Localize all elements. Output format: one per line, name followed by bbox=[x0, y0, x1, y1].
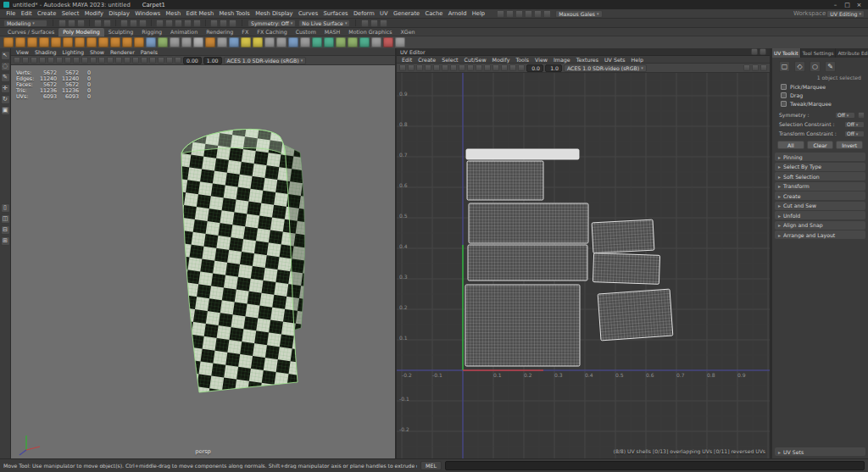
poly-cube-icon[interactable] bbox=[15, 37, 25, 47]
shelf-tab-animation[interactable]: Animation bbox=[166, 28, 202, 36]
snap-view-plane-icon[interactable] bbox=[184, 19, 192, 27]
uv-menu-select[interactable]: Select bbox=[439, 57, 460, 63]
snap-grid-icon[interactable] bbox=[156, 19, 164, 27]
shadows-icon[interactable] bbox=[64, 57, 71, 64]
section-select-by-type[interactable]: ▸Select By Type bbox=[775, 163, 865, 171]
uv-shell[interactable] bbox=[592, 219, 654, 253]
snap-toggle-icon[interactable] bbox=[525, 10, 532, 18]
shelf-tab-curves-surfaces[interactable]: Curves / Surfaces bbox=[3, 28, 58, 36]
field-chart-icon[interactable] bbox=[124, 57, 131, 64]
lock-camera-icon[interactable] bbox=[22, 57, 29, 64]
mel-language-button[interactable]: MEL bbox=[420, 461, 442, 470]
relax-brush-icon[interactable] bbox=[336, 37, 346, 47]
menu-arnold[interactable]: Arnold bbox=[446, 10, 470, 17]
checker-map-icon[interactable] bbox=[509, 64, 516, 71]
viewport-menu-view[interactable]: View bbox=[14, 49, 31, 55]
uv-menu-image[interactable]: Image bbox=[551, 57, 573, 63]
snap-curve-icon[interactable] bbox=[165, 19, 173, 27]
paint-select-tool[interactable]: ✎ bbox=[1, 73, 10, 82]
uv-texture-display-icon[interactable] bbox=[743, 64, 750, 71]
menu-modify[interactable]: Modify bbox=[82, 10, 107, 17]
select-hierarchy-icon[interactable] bbox=[120, 19, 128, 27]
uv-menu-view[interactable]: View bbox=[532, 57, 550, 63]
menu-mesh-display[interactable]: Mesh Display bbox=[253, 10, 296, 17]
shelf-tab-rendering[interactable]: Rendering bbox=[202, 28, 237, 36]
uv-lattice-icon[interactable] bbox=[425, 64, 431, 71]
distortion-display-icon[interactable] bbox=[518, 64, 525, 71]
rotate-tool[interactable]: ↻ bbox=[1, 95, 10, 104]
xray-icon[interactable] bbox=[158, 57, 164, 64]
offset-edge-loop-icon[interactable] bbox=[276, 37, 287, 47]
select-object-icon[interactable] bbox=[130, 19, 137, 27]
select-component-icon[interactable] bbox=[139, 19, 147, 27]
shelf-tab-custom[interactable]: Custom bbox=[292, 28, 320, 36]
poly-sphere-icon[interactable] bbox=[3, 37, 14, 47]
ipr-render-icon[interactable] bbox=[370, 19, 378, 27]
average-vertices-icon[interactable] bbox=[300, 37, 310, 47]
resolution-gate-icon[interactable] bbox=[115, 57, 122, 64]
delete-component-icon[interactable] bbox=[383, 37, 393, 47]
construction-history-icon[interactable] bbox=[229, 19, 236, 27]
menu-uv[interactable]: UV bbox=[377, 10, 391, 17]
viewport-menu-renderer[interactable]: Renderer bbox=[108, 49, 137, 55]
symmetry-grid-icon[interactable] bbox=[858, 112, 865, 119]
shelf-tab-fx-caching[interactable]: FX Caching bbox=[253, 28, 291, 36]
uv-menu-modify[interactable]: Modify bbox=[490, 57, 513, 63]
multi-cut-icon[interactable] bbox=[241, 37, 251, 47]
poly-gear-icon[interactable] bbox=[86, 37, 97, 47]
view-transform-dropdown[interactable]: ACES 1.0 SDR-video (sRGB) bbox=[224, 57, 307, 64]
uv-shell[interactable] bbox=[598, 289, 673, 341]
shelf-tab-sculpting[interactable]: Sculpting bbox=[104, 28, 137, 36]
undo-icon[interactable] bbox=[497, 10, 504, 18]
menu-deform[interactable]: Deform bbox=[351, 10, 377, 17]
uv-shell[interactable] bbox=[467, 161, 543, 200]
poly-plane-icon[interactable] bbox=[63, 37, 73, 47]
uv-grid-toggle-icon[interactable] bbox=[752, 64, 759, 71]
separate-icon[interactable] bbox=[229, 37, 239, 47]
viewport-3d-scene[interactable] bbox=[11, 65, 395, 458]
section-pinning[interactable]: ▸Pinning bbox=[775, 153, 865, 161]
uv-grid-snap-icon[interactable] bbox=[484, 64, 491, 71]
combine-icon[interactable] bbox=[217, 37, 227, 47]
safe-title-icon[interactable] bbox=[141, 57, 147, 64]
all-button[interactable]: All bbox=[777, 141, 804, 149]
clear-button[interactable]: Clear bbox=[807, 141, 834, 149]
move-tool[interactable]: ✛ bbox=[1, 84, 10, 93]
bevel-icon[interactable] bbox=[170, 37, 180, 47]
menu-edit-mesh[interactable]: Edit Mesh bbox=[183, 10, 216, 17]
uv-grid-view[interactable]: 0.90.80.70.60.50.40.30.20.1-0.1-0.2-0.2-… bbox=[397, 73, 770, 458]
uv-sets-section[interactable]: ▸ UV Sets bbox=[775, 447, 865, 456]
motion-blur-icon[interactable] bbox=[81, 57, 88, 64]
poly-disc-icon[interactable] bbox=[75, 37, 85, 47]
poly-helix-icon[interactable] bbox=[134, 37, 144, 47]
live-surface-dropdown[interactable]: No Live Surface bbox=[298, 19, 350, 27]
insert-edge-loop-icon[interactable] bbox=[264, 37, 275, 47]
viewport-menu-lighting[interactable]: Lighting bbox=[60, 49, 86, 55]
shelf-tab-poly-modeling[interactable]: Poly Modeling bbox=[58, 28, 104, 36]
section-soft-selection[interactable]: ▸Soft Selection bbox=[775, 172, 865, 180]
uv-shell[interactable] bbox=[465, 285, 580, 366]
viewport-menu-shading[interactable]: Shading bbox=[32, 49, 59, 55]
pinch-brush-icon[interactable] bbox=[359, 37, 370, 47]
menu-help[interactable]: Help bbox=[470, 10, 488, 17]
menu-select[interactable]: Select bbox=[59, 10, 82, 17]
selection-mask-icon[interactable] bbox=[515, 10, 523, 18]
poly-torus-icon[interactable] bbox=[51, 37, 61, 47]
poly-cone-icon[interactable] bbox=[39, 37, 49, 47]
wireframe-on-shaded-icon[interactable] bbox=[166, 57, 173, 64]
command-line-input[interactable] bbox=[445, 461, 865, 470]
make-live-icon[interactable] bbox=[193, 19, 201, 27]
two-sided-lighting-icon[interactable] bbox=[56, 57, 63, 64]
image-plane-icon[interactable] bbox=[47, 57, 54, 64]
redo-icon[interactable] bbox=[506, 10, 514, 18]
multisample-icon[interactable] bbox=[90, 57, 97, 64]
undo-icon[interactable] bbox=[94, 19, 102, 27]
shelf-tab-xgen[interactable]: XGen bbox=[396, 28, 419, 36]
subdivide-icon[interactable] bbox=[158, 37, 168, 47]
shelf-tab-rigging[interactable]: Rigging bbox=[137, 28, 166, 36]
render-icon[interactable] bbox=[361, 19, 369, 27]
section-create[interactable]: ▸Create bbox=[775, 192, 865, 200]
close-button[interactable]: × bbox=[854, 2, 865, 8]
mirror-icon[interactable] bbox=[288, 37, 298, 47]
pin-panel-icon[interactable] bbox=[751, 48, 758, 55]
